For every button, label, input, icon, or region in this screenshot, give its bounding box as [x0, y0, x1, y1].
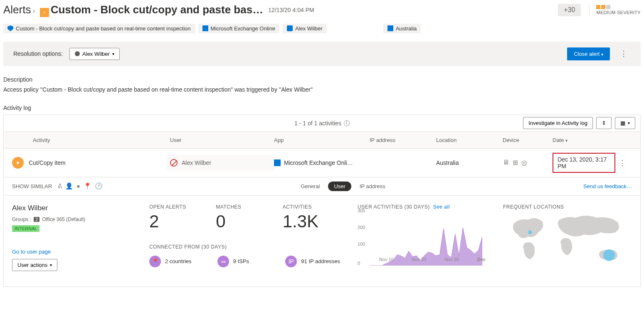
col-location[interactable]: Location: [436, 137, 503, 143]
exchange-icon: [202, 25, 208, 31]
policy-chip[interactable]: Custom - Block cut/copy and paste based …: [3, 24, 195, 33]
network-icon: ⫘: [217, 256, 229, 267]
chevron-right-icon: ›: [32, 7, 35, 15]
countries-stat: 📍 2 countries: [149, 256, 213, 267]
y-tick: 0: [358, 261, 360, 266]
y-tick: 100: [358, 241, 365, 246]
severity-indicator: MEDIUM SEVERITY: [589, 5, 641, 15]
col-device[interactable]: Device: [503, 137, 553, 143]
severity-block-icon: [601, 5, 605, 9]
table-row[interactable]: ✦ Cut/Copy item Alex Wilber Microsoft Ex…: [3, 149, 641, 177]
activity-count: 1 - 1 of 1 activities i: [294, 120, 350, 127]
run-icon[interactable]: ᕕ: [58, 182, 62, 190]
location-pin-icon: 📍: [149, 256, 161, 267]
row-actions-button[interactable]: ⋮: [615, 157, 632, 169]
tab-ip[interactable]: IP address: [360, 183, 385, 189]
severity-block-icon: [596, 5, 600, 9]
alert-policy-icon: ▫: [40, 8, 49, 17]
severity-label: MEDIUM SEVERITY: [596, 10, 641, 15]
user-icon: [287, 25, 293, 31]
user-actions-dropdown[interactable]: User actions ▾: [12, 259, 57, 271]
description-heading: Description: [3, 76, 641, 83]
activities-chart: 300 200 100 0 Nov 16 Nov 23 Nov 30 Dec: [358, 212, 495, 278]
stat-label: OPEN ALERTS: [149, 204, 216, 210]
chip-label: Alex Wilber: [295, 25, 323, 32]
severity-block-icon: [606, 5, 610, 9]
chip-label: Australia: [396, 25, 417, 32]
go-to-user-link[interactable]: Go to user page: [12, 249, 141, 255]
chevron-down-icon: ▾: [50, 263, 52, 267]
x-tick: Dec: [477, 257, 486, 262]
location-icon[interactable]: 📍: [84, 182, 91, 190]
info-icon[interactable]: i: [344, 120, 350, 126]
desktop-icon: 🖥: [503, 159, 509, 167]
col-ip[interactable]: IP address: [370, 137, 436, 143]
x-tick: Nov 30: [444, 257, 459, 262]
ip-addresses-stat: IP 91 IP addresses: [285, 256, 349, 267]
matches-value: 0: [216, 212, 282, 231]
chart-title: USER ACTIVITIES (30 DAYS): [358, 204, 430, 210]
x-tick: Nov 16: [379, 257, 394, 262]
chip-label: Custom - Block cut/copy and paste based …: [16, 25, 191, 32]
groups-label: Groups :: [12, 216, 31, 222]
assignee-name: Alex Wilber: [82, 51, 110, 57]
shield-icon: [7, 25, 13, 31]
exchange-icon: [274, 159, 281, 166]
user-chip[interactable]: Alex Wilber: [283, 24, 327, 33]
tab-general[interactable]: General: [301, 183, 320, 189]
y-tick: 200: [358, 225, 365, 230]
tab-user[interactable]: User: [328, 182, 351, 191]
svg-point-2: [603, 249, 615, 261]
user-icon[interactable]: 👤: [65, 182, 73, 190]
chip-label: Microsoft Exchange Online: [211, 25, 275, 32]
additional-alerts-badge[interactable]: +30: [558, 4, 581, 16]
investigate-button[interactable]: Investigate in Activity log: [523, 117, 593, 129]
world-map: [503, 212, 632, 278]
app-chip[interactable]: Microsoft Exchange Online: [198, 24, 279, 33]
connected-from-label: CONNECTED FROM (30 DAYS): [149, 244, 349, 250]
stat-label: MATCHES: [216, 204, 282, 210]
resolution-label: Resolution options:: [13, 50, 63, 57]
row-date: Dec 13, 2020, 3:17 PM: [553, 153, 615, 173]
stat-label: ACTIVITIES: [283, 204, 349, 210]
ip-icon[interactable]: ●: [76, 182, 80, 190]
flag-icon: [387, 25, 393, 31]
blocked-icon: [170, 159, 178, 167]
activity-log-heading: Activity log: [3, 105, 641, 111]
row-app: Microsoft Exchange Onli…: [284, 159, 353, 166]
col-user[interactable]: User: [170, 137, 274, 143]
chevron-down-icon: ▾: [112, 52, 114, 56]
col-activity[interactable]: Activity: [12, 137, 170, 143]
expand-collapse-button[interactable]: ⇕: [596, 117, 612, 129]
chrome-icon: ◎: [521, 159, 527, 167]
x-tick: Nov 23: [412, 257, 427, 262]
detail-user-name: Alex Wilber: [12, 204, 141, 212]
row-user: Alex Wilber: [182, 159, 211, 166]
breadcrumb-root[interactable]: Alerts: [3, 3, 31, 16]
activities-value: 1.3K: [283, 212, 349, 231]
see-all-link[interactable]: See all: [433, 204, 450, 210]
chevron-down-icon: ▾: [601, 52, 603, 57]
location-chip[interactable]: Australia: [383, 24, 421, 33]
activity-type-icon: ✦: [12, 157, 24, 169]
description-text: Access policy ''Custom - Block cut/copy …: [3, 86, 641, 93]
user-icon: [75, 51, 80, 56]
columns-dropdown[interactable]: ▦ ▾: [615, 117, 635, 129]
activity-table-header: Activity User App IP address Location De…: [3, 132, 641, 149]
svg-point-1: [528, 230, 532, 234]
show-similar-label: SHOW SIMILAR: [12, 183, 52, 189]
chevron-down-icon: ▾: [628, 121, 630, 125]
internal-tag: INTERNAL: [12, 225, 39, 232]
assignee-dropdown[interactable]: Alex Wilber ▾: [69, 48, 120, 60]
col-app[interactable]: App: [274, 137, 370, 143]
feedback-link[interactable]: Send us feedback…: [583, 183, 632, 189]
isps-stat: ⫘ 9 ISPs: [217, 256, 281, 267]
groups-count-badge: 2: [34, 217, 39, 222]
more-actions-button[interactable]: ⋮: [617, 47, 631, 60]
ip-icon: IP: [285, 256, 297, 267]
clock-icon[interactable]: 🕐: [95, 182, 103, 190]
close-alert-button[interactable]: Close alert ▾: [567, 47, 610, 60]
col-date[interactable]: Date ▾: [553, 137, 615, 143]
windows-icon: ⊞: [513, 159, 518, 167]
y-tick: 300: [358, 208, 365, 213]
